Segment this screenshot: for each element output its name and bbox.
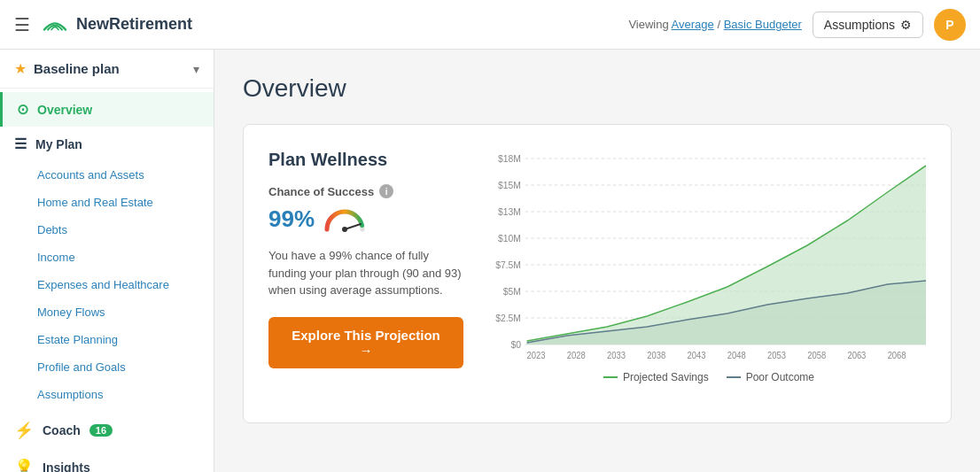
logo-text: NewRetirement [76, 15, 192, 34]
chance-description: You have a 99% chance of fully funding y… [268, 247, 463, 299]
svg-text:2038: 2038 [647, 351, 665, 360]
logo: NewRetirement [41, 14, 192, 35]
svg-text:$13M: $13M [498, 206, 521, 217]
legend-poor: Poor Outcome [727, 371, 814, 383]
sidebar-item-profile[interactable]: Profile and Goals [0, 353, 214, 381]
projection-chart: $18M $15M $13M $10M $7.5M $5M $2.5M $0 2… [492, 150, 926, 362]
projected-savings-legend-icon [603, 376, 618, 378]
coach-label: Coach [43, 423, 81, 437]
svg-text:$7.5M: $7.5M [495, 259, 521, 270]
gauge-icon [323, 206, 366, 233]
svg-text:2033: 2033 [607, 351, 626, 360]
hamburger-icon[interactable]: ☰ [14, 14, 30, 35]
plan-wellness-card: Plan Wellness Chance of Success i 99% [243, 124, 952, 423]
viewing-text: Viewing Average / Basic Budgeter [628, 18, 801, 31]
svg-text:2023: 2023 [527, 351, 546, 360]
sidebar-myplan-label: My Plan [35, 137, 82, 151]
chart-legend: Projected Savings Poor Outcome [492, 371, 926, 383]
sidebar-section-top: ⊙ Overview ☰ My Plan Accounts and Assets… [0, 89, 214, 412]
svg-text:$2.5M: $2.5M [495, 313, 521, 323]
poor-outcome-label: Poor Outcome [746, 371, 814, 383]
insights-label: Insights [43, 460, 90, 472]
sidebar-item-money-flows[interactable]: Money Flows [0, 298, 214, 326]
overview-icon: ⊙ [17, 101, 28, 118]
sidebar-item-insights[interactable]: 💡 Insights [0, 449, 214, 472]
plan-name: Baseline plan [34, 61, 186, 76]
topbar-left: ☰ NewRetirement [14, 14, 192, 35]
chance-row: 99% [268, 205, 463, 233]
filter-icon: ⚙ [900, 18, 912, 32]
main-content: Overview Plan Wellness Chance of Success… [214, 50, 980, 472]
sidebar-item-overview[interactable]: ⊙ Overview [0, 92, 214, 127]
sidebar-item-expenses[interactable]: Expenses and Healthcare [0, 271, 214, 298]
svg-text:2028: 2028 [567, 351, 586, 360]
legend-projected: Projected Savings [603, 371, 709, 383]
sidebar: ★ Baseline plan ▾ ⊙ Overview ☰ My Plan A… [0, 50, 214, 472]
card-left: Plan Wellness Chance of Success i 99% [268, 150, 463, 398]
insights-icon: 💡 [14, 458, 34, 472]
sidebar-item-accounts[interactable]: Accounts and Assets [0, 161, 214, 189]
chevron-down-icon: ▾ [193, 62, 199, 76]
topbar-right: Viewing Average / Basic Budgeter Assumpt… [628, 9, 966, 41]
svg-text:$10M: $10M [498, 233, 521, 244]
assumptions-button[interactable]: Assumptions ⚙ [813, 12, 923, 38]
logo-icon [41, 14, 69, 35]
poor-outcome-legend-icon [727, 376, 741, 378]
svg-text:2068: 2068 [888, 351, 906, 360]
svg-point-1 [342, 227, 347, 232]
svg-text:$15M: $15M [498, 180, 521, 190]
coach-badge: 16 [89, 424, 113, 437]
sidebar-item-income[interactable]: Income [0, 244, 214, 271]
svg-text:$18M: $18M [498, 153, 521, 164]
viewing-plan-link[interactable]: Basic Budgeter [724, 18, 802, 31]
plan-wellness-title: Plan Wellness [268, 150, 463, 170]
info-icon[interactable]: i [379, 184, 393, 198]
viewing-user-link[interactable]: Average [672, 18, 714, 31]
svg-text:2063: 2063 [847, 351, 866, 360]
svg-text:2053: 2053 [767, 351, 786, 360]
sidebar-overview-label: Overview [37, 103, 92, 117]
plan-star-icon: ★ [14, 60, 27, 77]
chance-of-success-label: Chance of Success i [268, 184, 463, 198]
sidebar-item-myplan[interactable]: ☰ My Plan [0, 127, 214, 161]
sidebar-item-coach[interactable]: ⚡ Coach 16 [0, 412, 214, 449]
sidebar-item-debts[interactable]: Debts [0, 216, 214, 244]
sidebar-item-estate[interactable]: Estate Planning [0, 326, 214, 353]
chart-area: $18M $15M $13M $10M $7.5M $5M $2.5M $0 2… [492, 150, 926, 398]
card-right: $18M $15M $13M $10M $7.5M $5M $2.5M $0 2… [492, 150, 926, 398]
svg-text:$5M: $5M [503, 286, 521, 297]
projected-savings-label: Projected Savings [623, 371, 709, 383]
explore-projection-button[interactable]: Explore This Projection → [268, 317, 463, 368]
page-title: Overview [243, 74, 952, 103]
svg-text:2048: 2048 [727, 351, 746, 360]
coach-icon: ⚡ [14, 421, 34, 440]
sidebar-item-home[interactable]: Home and Real Estate [0, 189, 214, 216]
assumptions-label: Assumptions [824, 18, 895, 32]
svg-text:2058: 2058 [807, 351, 826, 360]
svg-text:$0: $0 [510, 339, 521, 350]
sidebar-item-assumptions[interactable]: Assumptions [0, 381, 214, 408]
plan-selector[interactable]: ★ Baseline plan ▾ [0, 50, 214, 89]
svg-text:2043: 2043 [688, 351, 706, 360]
main-layout: ★ Baseline plan ▾ ⊙ Overview ☰ My Plan A… [0, 50, 980, 472]
chance-percentage: 99% [268, 205, 315, 233]
avatar[interactable]: P [934, 9, 966, 41]
topbar: ☰ NewRetirement Viewing Average / Basic … [0, 0, 980, 50]
myplan-icon: ☰ [14, 135, 27, 152]
